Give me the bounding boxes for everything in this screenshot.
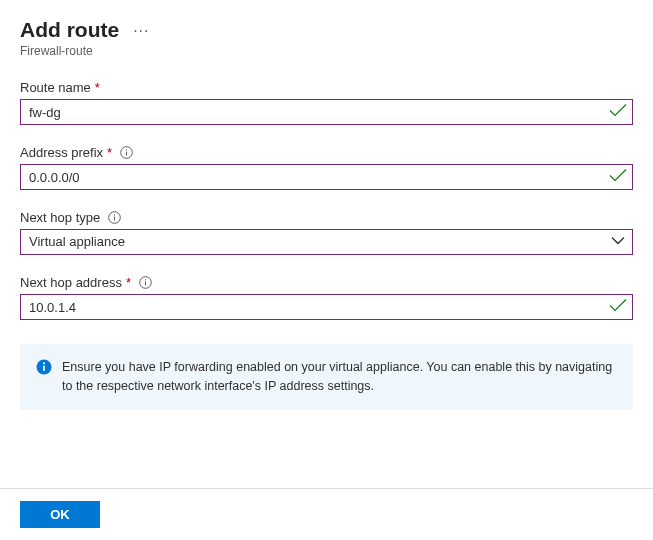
next-hop-type-select[interactable]: Virtual appliance [20, 229, 633, 255]
next-hop-type-value: Virtual appliance [29, 234, 125, 249]
page-title: Add route [20, 18, 119, 42]
info-icon[interactable] [120, 146, 133, 159]
info-banner-text: Ensure you have IP forwarding enabled on… [62, 358, 617, 396]
next-hop-address-input[interactable] [20, 294, 633, 320]
svg-rect-7 [145, 282, 146, 286]
more-icon[interactable]: ··· [129, 20, 153, 42]
next-hop-address-label-text: Next hop address [20, 275, 122, 290]
next-hop-type-label-text: Next hop type [20, 210, 100, 225]
svg-rect-4 [114, 217, 115, 221]
next-hop-type-label: Next hop type [20, 210, 633, 225]
field-route-name: Route name * [20, 80, 633, 125]
svg-rect-5 [114, 214, 115, 215]
svg-rect-2 [126, 149, 127, 150]
required-asterisk: * [126, 275, 131, 290]
route-name-label: Route name * [20, 80, 633, 95]
info-banner: Ensure you have IP forwarding enabled on… [20, 344, 633, 410]
address-prefix-input[interactable] [20, 164, 633, 190]
info-icon[interactable] [108, 211, 121, 224]
svg-rect-10 [43, 366, 45, 372]
field-next-hop-address: Next hop address * [20, 275, 633, 320]
next-hop-address-label: Next hop address * [20, 275, 633, 290]
footer: OK [0, 488, 653, 540]
address-prefix-label-text: Address prefix [20, 145, 103, 160]
info-icon[interactable] [139, 276, 152, 289]
address-prefix-label: Address prefix * [20, 145, 633, 160]
ok-button[interactable]: OK [20, 501, 100, 528]
required-asterisk: * [107, 145, 112, 160]
subtitle: Firewall-route [20, 44, 633, 58]
route-name-input[interactable] [20, 99, 633, 125]
info-circle-icon [36, 359, 52, 378]
required-asterisk: * [95, 80, 100, 95]
field-next-hop-type: Next hop type Virtual appliance [20, 210, 633, 255]
svg-rect-1 [126, 152, 127, 156]
field-address-prefix: Address prefix * [20, 145, 633, 190]
svg-rect-8 [145, 279, 146, 280]
svg-point-11 [43, 362, 45, 364]
route-name-label-text: Route name [20, 80, 91, 95]
